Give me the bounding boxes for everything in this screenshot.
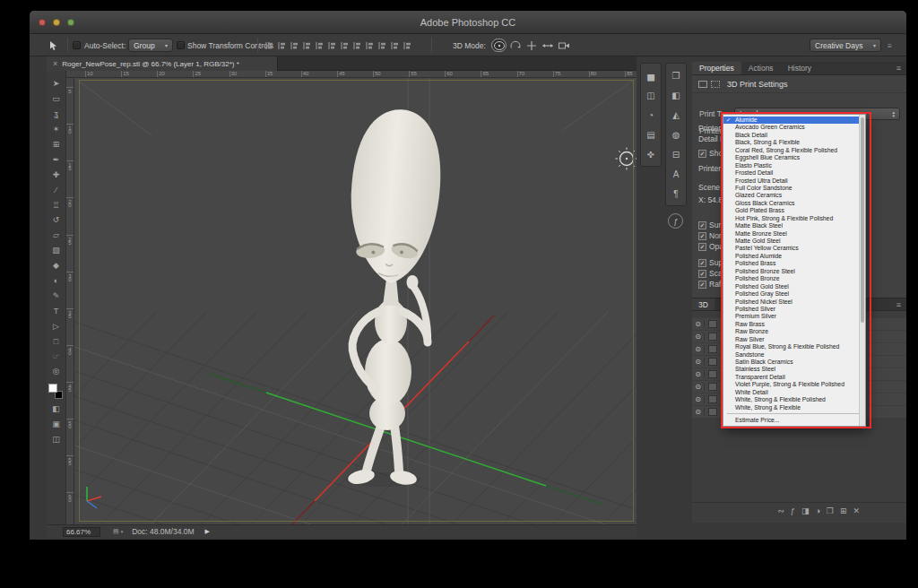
orbit-3d-icon[interactable] bbox=[491, 39, 507, 52]
delete-layer-icon[interactable]: ✕ bbox=[853, 506, 860, 515]
navigator-panel-icon[interactable]: ◫ bbox=[641, 85, 661, 105]
layers-panel-icon[interactable]: ❐ bbox=[666, 65, 686, 85]
printer-option[interactable]: ✓ Eggshell Blue Ceramics bbox=[723, 154, 865, 161]
estimate-price-option[interactable]: Estimate Price... bbox=[723, 416, 865, 424]
lasso-tool[interactable]: ʓ bbox=[47, 107, 65, 122]
path-selection-tool[interactable]: ▷ bbox=[47, 318, 65, 333]
show-transform-checkbox[interactable] bbox=[177, 34, 185, 56]
close-tab-icon[interactable]: × bbox=[53, 59, 57, 68]
checkbox[interactable]: ✓ bbox=[698, 270, 706, 278]
effects-icon[interactable]: ƒ bbox=[791, 506, 795, 515]
horizontal-ruler[interactable]: 10152025303540455055606570758085 bbox=[66, 71, 637, 78]
panel-tab[interactable]: 3D bbox=[692, 298, 714, 310]
printer-option[interactable]: ✓ Matte Black Steel bbox=[723, 222, 865, 229]
checkbox[interactable]: ✓ bbox=[698, 150, 706, 158]
checkbox[interactable]: ✓ bbox=[698, 232, 706, 240]
printer-option[interactable]: ✓ Matte Gold Steel bbox=[723, 238, 865, 245]
auto-select-checkbox[interactable] bbox=[73, 34, 81, 56]
checkbox[interactable]: ✓ bbox=[698, 221, 706, 229]
document-tab[interactable]: × Roger_NewPose_rep.stl @ 66.7% (Layer 1… bbox=[47, 56, 278, 71]
printer-option[interactable]: ✓ Gloss Black Ceramics bbox=[723, 200, 865, 207]
auto-select-dropdown[interactable]: Group ▾ bbox=[128, 39, 173, 52]
workspace-menu-icon[interactable]: ≡ bbox=[888, 41, 892, 50]
chevron-down-icon[interactable]: ▾ bbox=[121, 529, 124, 534]
distribute-center-icon[interactable] bbox=[388, 39, 401, 52]
eyedropper-tool[interactable]: ✒ bbox=[47, 151, 65, 167]
printer-option[interactable]: ✓ Gold Plated Brass bbox=[723, 207, 865, 214]
printer-option[interactable]: ✓ Polished Gray Steel bbox=[723, 290, 865, 298]
printer-option[interactable]: ✓ Polished Bronze Steel bbox=[723, 268, 865, 275]
marquee-tool[interactable]: ▭ bbox=[47, 91, 65, 107]
group-icon[interactable]: ❐ bbox=[827, 506, 834, 515]
visibility-eye-icon[interactable]: ⊙ bbox=[692, 370, 705, 378]
printer-option[interactable]: ✓ Polished Nickel Steel bbox=[723, 298, 865, 306]
printer-option[interactable]: ✓ Transparent Detail bbox=[723, 374, 865, 381]
printer-option[interactable]: ✓ Frosted Detail bbox=[723, 169, 865, 177]
history-brush-tool[interactable]: ↺ bbox=[47, 212, 65, 228]
distribute-middle-icon[interactable] bbox=[351, 39, 363, 52]
zoom-level-input[interactable]: 66.67% bbox=[63, 527, 100, 537]
adjustments-panel-icon[interactable]: ◍ bbox=[666, 125, 686, 144]
align-middle-icon[interactable] bbox=[313, 39, 325, 52]
distribute-bottom-icon[interactable] bbox=[363, 39, 376, 52]
quick-selection-tool[interactable]: ✶ bbox=[47, 122, 65, 137]
printer-option[interactable]: ✓ Raw Silver bbox=[723, 336, 865, 343]
printer-option[interactable]: ✓ Polished Alumide bbox=[723, 253, 865, 260]
roll-3d-icon[interactable] bbox=[507, 39, 523, 52]
distribute-right-icon[interactable] bbox=[401, 39, 413, 52]
panel-tab[interactable]: Properties bbox=[692, 62, 741, 74]
printer-option[interactable]: ✓ White, Strong & Flexible Polished bbox=[723, 396, 865, 403]
shape-tool[interactable]: □ bbox=[47, 333, 65, 349]
dropdown-scrollbar[interactable] bbox=[859, 115, 865, 426]
distribute-left-icon[interactable] bbox=[376, 39, 388, 52]
pan-3d-icon[interactable] bbox=[524, 39, 539, 52]
printer-option[interactable]: ✓ Polished Silver bbox=[723, 306, 865, 313]
info-panel-icon[interactable]: ▤ bbox=[641, 125, 661, 144]
printer-option[interactable]: ✓ Polished Brass bbox=[723, 260, 865, 267]
print-settings-alt-icon[interactable] bbox=[711, 81, 720, 88]
printer-option[interactable]: ✓ White Detail bbox=[723, 389, 865, 396]
edit-toolbar-icon[interactable]: ◫ bbox=[47, 432, 65, 447]
swatches-panel-icon[interactable]: ✜ bbox=[641, 144, 661, 164]
character-panel-icon[interactable]: A bbox=[666, 164, 686, 184]
screen-mode-icon[interactable]: ▣ bbox=[47, 417, 65, 432]
visibility-eye-icon[interactable]: ⊙ bbox=[692, 345, 705, 353]
pen-tool[interactable]: ✎ bbox=[47, 288, 65, 303]
panel-tab[interactable]: Actions bbox=[741, 62, 781, 74]
align-left-icon[interactable] bbox=[263, 39, 275, 52]
clone-stamp-tool[interactable]: ♖ bbox=[47, 197, 65, 212]
printer-option[interactable]: ✓ Coral Red, Strong & Flexible Polished bbox=[723, 147, 865, 154]
styles-panel-icon[interactable]: ⊟ bbox=[666, 144, 686, 164]
distribute-top-icon[interactable] bbox=[338, 39, 351, 52]
checkbox[interactable]: ✓ bbox=[698, 281, 706, 289]
healing-brush-tool[interactable]: ✚ bbox=[47, 167, 65, 182]
printer-option[interactable]: ✓ Royal Blue, Strong & Flexible Polished bbox=[723, 343, 865, 350]
printer-option[interactable]: ✓ Elasto Plastic bbox=[723, 162, 865, 169]
effects-badge-icon[interactable]: ƒ bbox=[668, 213, 683, 229]
checkbox[interactable]: ✓ bbox=[698, 243, 706, 251]
eraser-tool[interactable]: ▱ bbox=[47, 228, 65, 243]
printer-option[interactable]: ✓ Glazed Ceramics bbox=[723, 192, 865, 199]
panel-tab[interactable]: History bbox=[781, 62, 818, 74]
zoom-tool[interactable]: ◎ bbox=[47, 364, 65, 379]
printer-option[interactable]: ✓ Frosted Ultra Detail bbox=[723, 177, 865, 185]
align-center-h-icon[interactable] bbox=[275, 39, 288, 52]
visibility-eye-icon[interactable]: ⊙ bbox=[692, 320, 705, 328]
visibility-eye-icon[interactable]: ⊙ bbox=[692, 408, 705, 416]
printer-option[interactable]: ✓ Raw Brass bbox=[723, 321, 865, 328]
print-settings-view-icon[interactable] bbox=[698, 81, 707, 88]
panel-menu-icon[interactable]: ≡ bbox=[896, 298, 906, 310]
align-top-icon[interactable] bbox=[300, 39, 313, 52]
tool-preset-icon[interactable] bbox=[48, 34, 58, 56]
printer-option[interactable]: ✓ White, Strong & Flexible bbox=[723, 404, 865, 411]
visibility-eye-icon[interactable]: ⊙ bbox=[692, 383, 705, 391]
canvas[interactable] bbox=[74, 78, 637, 524]
new-layer-icon[interactable]: ⊞ bbox=[840, 506, 847, 515]
printer-option[interactable]: ✓ Raw Bronze bbox=[723, 328, 865, 335]
printer-option[interactable]: ✓ Premium Silver bbox=[723, 313, 865, 320]
timeline-panel-icon[interactable]: ◔ bbox=[641, 105, 661, 125]
printer-option[interactable]: ✓ Avocado Green Ceramics bbox=[723, 124, 865, 131]
printer-option[interactable]: ✓ Black, Strong & Flexible bbox=[723, 139, 865, 146]
printer-option[interactable]: ✓ Hot Pink, Strong & Flexible Polished bbox=[723, 215, 865, 222]
printer-option[interactable]: ✓ Pastel Yellow Ceramics bbox=[723, 245, 865, 252]
